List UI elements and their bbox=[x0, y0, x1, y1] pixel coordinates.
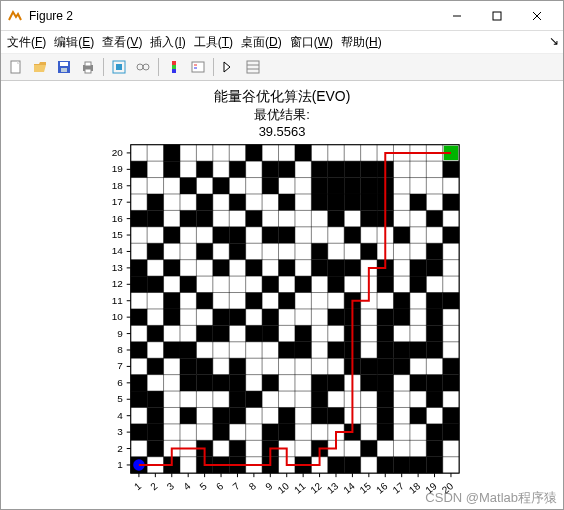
menu-desktop[interactable]: 桌面(D) bbox=[241, 34, 282, 51]
svg-text:17: 17 bbox=[112, 196, 124, 207]
svg-rect-179 bbox=[279, 194, 295, 210]
svg-rect-146 bbox=[279, 260, 295, 276]
svg-rect-176 bbox=[147, 194, 163, 210]
svg-rect-92 bbox=[361, 358, 377, 374]
svg-text:13: 13 bbox=[325, 480, 341, 496]
svg-text:5: 5 bbox=[198, 480, 210, 492]
svg-rect-84 bbox=[410, 375, 426, 391]
svg-rect-81 bbox=[328, 375, 344, 391]
svg-rect-142 bbox=[131, 260, 147, 276]
svg-rect-152 bbox=[426, 260, 442, 276]
window-title: Figure 2 bbox=[29, 9, 437, 23]
svg-rect-169 bbox=[180, 210, 196, 226]
svg-rect-67 bbox=[131, 391, 147, 407]
open-button[interactable] bbox=[29, 56, 51, 78]
svg-rect-170 bbox=[196, 210, 212, 226]
svg-rect-157 bbox=[361, 243, 377, 259]
link-plot-button[interactable] bbox=[132, 56, 154, 78]
menu-tools[interactable]: 工具(T) bbox=[194, 34, 233, 51]
svg-rect-133 bbox=[443, 293, 459, 309]
svg-rect-128 bbox=[246, 293, 262, 309]
menu-edit[interactable]: 编辑(E) bbox=[54, 34, 94, 51]
menu-window[interactable]: 窗口(W) bbox=[290, 34, 333, 51]
svg-rect-21 bbox=[247, 61, 259, 73]
save-button[interactable] bbox=[53, 56, 75, 78]
new-figure-button[interactable] bbox=[5, 56, 27, 78]
svg-text:12: 12 bbox=[308, 480, 324, 496]
svg-text:最优结果:: 最优结果: bbox=[254, 107, 310, 122]
svg-rect-143 bbox=[164, 260, 180, 276]
svg-text:20: 20 bbox=[112, 147, 124, 158]
svg-rect-35 bbox=[328, 457, 344, 473]
svg-rect-166 bbox=[443, 227, 459, 243]
figure-axes-area[interactable]: 能量谷优化算法(EVO)最优结果:39.55631234567891011121… bbox=[1, 83, 563, 509]
svg-rect-190 bbox=[311, 178, 327, 194]
svg-rect-71 bbox=[311, 391, 327, 407]
svg-rect-104 bbox=[393, 342, 409, 358]
property-editor-button[interactable] bbox=[242, 56, 264, 78]
datacursor-button[interactable] bbox=[108, 56, 130, 78]
maximize-button[interactable] bbox=[477, 2, 517, 30]
svg-rect-107 bbox=[147, 325, 163, 341]
svg-rect-56 bbox=[443, 424, 459, 440]
svg-text:能量谷优化算法(EVO): 能量谷优化算法(EVO) bbox=[214, 88, 351, 104]
svg-rect-203 bbox=[344, 161, 360, 177]
svg-text:1: 1 bbox=[132, 480, 144, 492]
svg-rect-95 bbox=[443, 358, 459, 374]
insert-legend-button[interactable] bbox=[187, 56, 209, 78]
edit-plot-button[interactable] bbox=[218, 56, 240, 78]
svg-text:13: 13 bbox=[112, 262, 124, 273]
svg-rect-61 bbox=[279, 407, 295, 423]
svg-rect-139 bbox=[328, 276, 344, 292]
svg-rect-119 bbox=[229, 309, 245, 325]
menu-file[interactable]: 文件(F) bbox=[7, 34, 46, 51]
svg-text:11: 11 bbox=[292, 480, 308, 496]
toolbar-separator bbox=[158, 58, 159, 76]
minimize-button[interactable] bbox=[437, 2, 477, 30]
svg-point-14 bbox=[143, 64, 149, 70]
menu-insert[interactable]: 插入(I) bbox=[150, 34, 185, 51]
svg-rect-38 bbox=[393, 457, 409, 473]
svg-rect-129 bbox=[279, 293, 295, 309]
print-button[interactable] bbox=[77, 56, 99, 78]
figure-window: Figure 2 文件(F) 编辑(E) 查看(V) 插入(I) 工具(T) 桌… bbox=[0, 0, 564, 510]
svg-rect-43 bbox=[229, 440, 245, 456]
svg-rect-64 bbox=[377, 407, 393, 423]
insert-colorbar-button[interactable] bbox=[163, 56, 185, 78]
svg-rect-126 bbox=[164, 293, 180, 309]
svg-rect-195 bbox=[131, 161, 147, 177]
svg-rect-198 bbox=[229, 161, 245, 177]
svg-text:2: 2 bbox=[117, 443, 123, 454]
svg-rect-86 bbox=[443, 375, 459, 391]
toolbar-separator bbox=[103, 58, 104, 76]
svg-rect-109 bbox=[213, 325, 229, 341]
svg-rect-188 bbox=[213, 178, 229, 194]
svg-rect-66 bbox=[443, 407, 459, 423]
menu-overflow-icon[interactable]: ↘ bbox=[549, 34, 559, 48]
svg-rect-105 bbox=[410, 342, 426, 358]
svg-rect-59 bbox=[213, 407, 229, 423]
svg-rect-202 bbox=[328, 161, 344, 177]
svg-rect-111 bbox=[262, 325, 278, 341]
svg-rect-200 bbox=[279, 161, 295, 177]
svg-rect-153 bbox=[147, 243, 163, 259]
svg-rect-181 bbox=[328, 194, 344, 210]
svg-rect-196 bbox=[164, 161, 180, 177]
svg-rect-46 bbox=[361, 440, 377, 456]
svg-text:3: 3 bbox=[165, 480, 177, 492]
matlab-icon bbox=[7, 8, 23, 24]
svg-rect-51 bbox=[262, 424, 278, 440]
svg-rect-193 bbox=[361, 178, 377, 194]
menu-view[interactable]: 查看(V) bbox=[102, 34, 142, 51]
svg-rect-73 bbox=[426, 391, 442, 407]
svg-rect-1 bbox=[493, 12, 501, 20]
svg-rect-141 bbox=[410, 276, 426, 292]
svg-rect-72 bbox=[377, 391, 393, 407]
svg-rect-101 bbox=[328, 342, 344, 358]
svg-rect-138 bbox=[295, 276, 311, 292]
close-button[interactable] bbox=[517, 2, 557, 30]
svg-rect-162 bbox=[262, 227, 278, 243]
svg-rect-70 bbox=[246, 391, 262, 407]
svg-text:7: 7 bbox=[230, 480, 242, 492]
menu-help[interactable]: 帮助(H) bbox=[341, 34, 382, 51]
